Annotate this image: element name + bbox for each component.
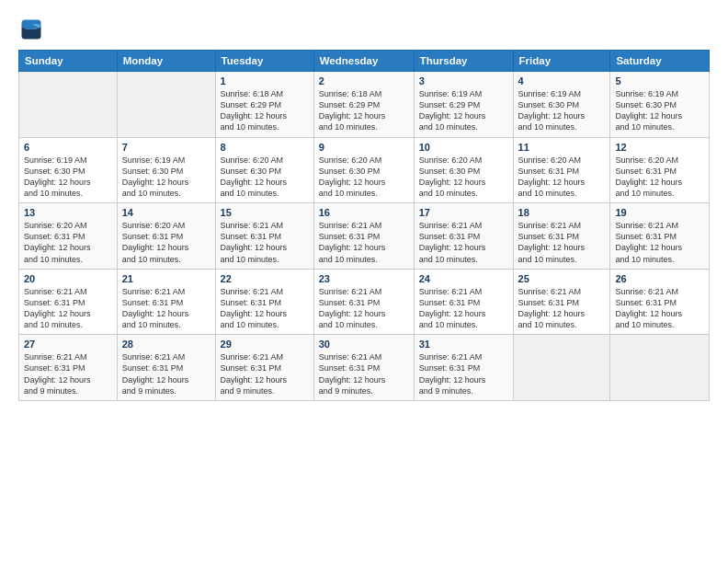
calendar-table: SundayMondayTuesdayWednesdayThursdayFrid… [18,50,710,401]
day-info: Sunrise: 6:21 AM Sunset: 6:31 PM Dayligh… [24,351,112,396]
day-info: Sunrise: 6:21 AM Sunset: 6:31 PM Dayligh… [221,220,309,265]
day-info: Sunrise: 6:21 AM Sunset: 6:31 PM Dayligh… [221,351,309,396]
weekday-header-row: SundayMondayTuesdayWednesdayThursdayFrid… [19,51,710,72]
day-info: Sunrise: 6:20 AM Sunset: 6:30 PM Dayligh… [221,155,309,200]
calendar-cell: 11Sunrise: 6:20 AM Sunset: 6:31 PM Dayli… [513,137,610,203]
day-info: Sunrise: 6:21 AM Sunset: 6:31 PM Dayligh… [419,351,508,396]
calendar-cell: 21Sunrise: 6:21 AM Sunset: 6:31 PM Dayli… [117,269,215,335]
calendar-cell: 17Sunrise: 6:21 AM Sunset: 6:31 PM Dayli… [414,203,513,270]
day-number: 12 [615,142,704,153]
calendar-cell: 8Sunrise: 6:20 AM Sunset: 6:30 PM Daylig… [215,137,313,203]
day-info: Sunrise: 6:20 AM Sunset: 6:31 PM Dayligh… [518,155,606,200]
day-number: 20 [24,273,112,284]
calendar-cell: 10Sunrise: 6:20 AM Sunset: 6:30 PM Dayli… [414,137,513,203]
day-info: Sunrise: 6:19 AM Sunset: 6:29 PM Dayligh… [419,88,508,133]
day-info: Sunrise: 6:19 AM Sunset: 6:30 PM Dayligh… [122,155,210,200]
calendar-cell: 31Sunrise: 6:21 AM Sunset: 6:31 PM Dayli… [414,335,513,401]
calendar-cell: 1Sunrise: 6:18 AM Sunset: 6:29 PM Daylig… [215,72,313,138]
calendar-cell: 6Sunrise: 6:19 AM Sunset: 6:30 PM Daylig… [19,137,118,203]
day-number: 24 [419,273,508,284]
day-info: Sunrise: 6:21 AM Sunset: 6:31 PM Dayligh… [24,286,112,331]
day-number: 1 [221,75,309,86]
day-number: 30 [319,339,409,350]
day-info: Sunrise: 6:20 AM Sunset: 6:31 PM Dayligh… [24,220,112,265]
day-number: 15 [221,207,309,218]
day-info: Sunrise: 6:21 AM Sunset: 6:31 PM Dayligh… [518,220,606,265]
weekday-header-friday: Friday [513,51,610,72]
calendar-cell: 23Sunrise: 6:21 AM Sunset: 6:31 PM Dayli… [313,269,414,335]
calendar-cell: 22Sunrise: 6:21 AM Sunset: 6:31 PM Dayli… [215,269,313,335]
day-number: 5 [615,75,704,86]
day-info: Sunrise: 6:21 AM Sunset: 6:31 PM Dayligh… [122,286,210,331]
day-number: 16 [319,207,409,218]
calendar-cell: 19Sunrise: 6:21 AM Sunset: 6:31 PM Dayli… [610,203,710,270]
day-number: 21 [122,273,210,284]
day-number: 11 [518,142,606,153]
calendar-cell: 4Sunrise: 6:19 AM Sunset: 6:30 PM Daylig… [513,72,610,138]
day-info: Sunrise: 6:21 AM Sunset: 6:31 PM Dayligh… [419,220,508,265]
day-info: Sunrise: 6:21 AM Sunset: 6:31 PM Dayligh… [319,286,409,331]
day-number: 6 [24,142,112,153]
day-info: Sunrise: 6:21 AM Sunset: 6:31 PM Dayligh… [518,286,606,331]
calendar-cell: 13Sunrise: 6:20 AM Sunset: 6:31 PM Dayli… [19,203,118,270]
day-info: Sunrise: 6:20 AM Sunset: 6:30 PM Dayligh… [419,155,508,200]
calendar-cell: 14Sunrise: 6:20 AM Sunset: 6:31 PM Dayli… [117,203,215,270]
day-number: 9 [319,142,409,153]
day-number: 7 [122,142,210,153]
day-number: 23 [319,273,409,284]
calendar-cell: 15Sunrise: 6:21 AM Sunset: 6:31 PM Dayli… [215,203,313,270]
day-info: Sunrise: 6:18 AM Sunset: 6:29 PM Dayligh… [319,88,409,133]
day-number: 17 [419,207,508,218]
day-info: Sunrise: 6:21 AM Sunset: 6:31 PM Dayligh… [615,286,704,331]
week-row-3: 13Sunrise: 6:20 AM Sunset: 6:31 PM Dayli… [19,203,710,270]
day-info: Sunrise: 6:20 AM Sunset: 6:31 PM Dayligh… [615,155,704,200]
calendar-cell: 27Sunrise: 6:21 AM Sunset: 6:31 PM Dayli… [19,335,118,401]
day-number: 25 [518,273,606,284]
day-number: 26 [615,273,704,284]
day-number: 14 [122,207,210,218]
day-number: 27 [24,339,112,350]
day-info: Sunrise: 6:20 AM Sunset: 6:30 PM Dayligh… [319,155,409,200]
calendar-cell: 25Sunrise: 6:21 AM Sunset: 6:31 PM Dayli… [513,269,610,335]
calendar-cell: 9Sunrise: 6:20 AM Sunset: 6:30 PM Daylig… [313,137,414,203]
weekday-header-tuesday: Tuesday [215,51,313,72]
day-number: 18 [518,207,606,218]
logo [18,17,48,42]
calendar-cell [513,335,610,401]
calendar-cell [610,335,710,401]
weekday-header-sunday: Sunday [19,51,118,72]
calendar-cell [19,72,118,138]
day-info: Sunrise: 6:18 AM Sunset: 6:29 PM Dayligh… [221,88,309,133]
week-row-4: 20Sunrise: 6:21 AM Sunset: 6:31 PM Dayli… [19,269,710,335]
day-info: Sunrise: 6:21 AM Sunset: 6:31 PM Dayligh… [221,286,309,331]
calendar-cell: 2Sunrise: 6:18 AM Sunset: 6:29 PM Daylig… [313,72,414,138]
weekday-header-monday: Monday [117,51,215,72]
calendar-cell: 24Sunrise: 6:21 AM Sunset: 6:31 PM Dayli… [414,269,513,335]
week-row-2: 6Sunrise: 6:19 AM Sunset: 6:30 PM Daylig… [19,137,710,203]
day-number: 31 [419,339,508,350]
day-number: 8 [221,142,309,153]
header [18,17,710,42]
day-info: Sunrise: 6:20 AM Sunset: 6:31 PM Dayligh… [122,220,210,265]
day-number: 13 [24,207,112,218]
day-number: 2 [319,75,409,86]
calendar-cell: 3Sunrise: 6:19 AM Sunset: 6:29 PM Daylig… [414,72,513,138]
calendar-cell [117,72,215,138]
weekday-header-thursday: Thursday [414,51,513,72]
day-info: Sunrise: 6:19 AM Sunset: 6:30 PM Dayligh… [24,155,112,200]
day-number: 29 [221,339,309,350]
day-info: Sunrise: 6:21 AM Sunset: 6:31 PM Dayligh… [419,286,508,331]
weekday-header-saturday: Saturday [610,51,710,72]
calendar-cell: 20Sunrise: 6:21 AM Sunset: 6:31 PM Dayli… [19,269,118,335]
day-info: Sunrise: 6:21 AM Sunset: 6:31 PM Dayligh… [122,351,210,396]
logo-icon [18,17,44,42]
page: SundayMondayTuesdayWednesdayThursdayFrid… [0,0,728,563]
calendar-cell: 12Sunrise: 6:20 AM Sunset: 6:31 PM Dayli… [610,137,710,203]
calendar-cell: 26Sunrise: 6:21 AM Sunset: 6:31 PM Dayli… [610,269,710,335]
day-info: Sunrise: 6:21 AM Sunset: 6:31 PM Dayligh… [319,351,409,396]
calendar-cell: 30Sunrise: 6:21 AM Sunset: 6:31 PM Dayli… [313,335,414,401]
day-number: 28 [122,339,210,350]
calendar-cell: 7Sunrise: 6:19 AM Sunset: 6:30 PM Daylig… [117,137,215,203]
day-info: Sunrise: 6:19 AM Sunset: 6:30 PM Dayligh… [615,88,704,133]
day-number: 22 [221,273,309,284]
